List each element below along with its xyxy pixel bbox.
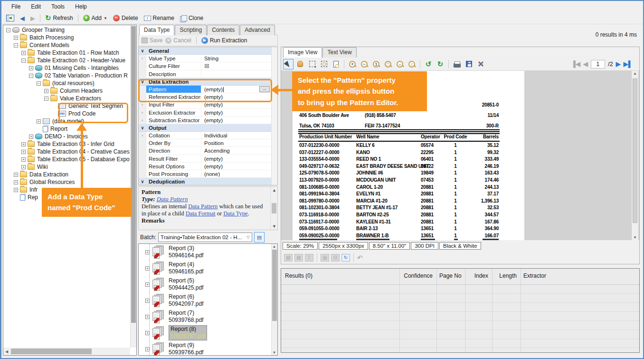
batch-document-item[interactable]: +Report (4)50946165.pdf <box>139 260 277 276</box>
back-button[interactable]: ◀ <box>17 14 28 23</box>
run-extraction-button[interactable]: ▶Run Extraction <box>201 37 247 44</box>
menu-help[interactable]: Help <box>70 2 92 11</box>
batch-document-item[interactable]: +Report (6)50942097.pdf <box>139 292 277 309</box>
batch-document-item[interactable]: +Report (9)50939766.pdf <box>139 341 277 356</box>
toggle-panel-button[interactable]: ◀ <box>3 14 17 22</box>
undo-icon[interactable]: ↶ <box>357 254 363 262</box>
refresh-button[interactable]: ↻Refresh <box>42 13 76 23</box>
tree-expander-icon[interactable]: + <box>44 89 48 93</box>
forward-button[interactable]: ▶ <box>28 14 38 23</box>
batch-expander-icon[interactable]: + <box>145 299 150 303</box>
property-row[interactable]: Result Filter(empty) <box>139 155 271 163</box>
scroll-up-icon[interactable]: ▲ <box>271 188 278 193</box>
property-category-row[interactable]: ∨Output <box>139 124 271 132</box>
tree-expander-icon[interactable]: + <box>37 119 41 124</box>
property-value[interactable]: Individual <box>201 132 271 139</box>
property-value[interactable]: (empty) <box>201 163 271 170</box>
tree-expander-icon[interactable]: + <box>14 180 18 184</box>
scrollbar-thumb[interactable] <box>272 250 277 321</box>
tab-contents[interactable]: Contents <box>207 25 239 35</box>
tree-expander-icon[interactable]: + <box>29 135 33 139</box>
batch-selector[interactable]: Training•Table Extraction 02 - H...▽ <box>158 233 252 242</box>
help-link[interactable]: Data Pattern <box>188 203 218 210</box>
scrollbar-thumb[interactable] <box>131 26 136 323</box>
property-row[interactable]: Order ByPosition <box>139 139 271 147</box>
help-scrollbar[interactable]: ▲ ▼ <box>270 187 277 230</box>
scroll-down-icon[interactable]: ▼ <box>271 224 278 229</box>
save-button[interactable]: Save <box>142 37 162 44</box>
image-adjust-button[interactable]: ▤ <box>321 254 329 262</box>
tree-item[interactable]: Report <box>3 125 130 133</box>
next-page-button[interactable]: ▶ <box>616 60 621 68</box>
help-link[interactable]: Data Format <box>186 210 216 217</box>
tree-horizontal-scrollbar[interactable]: ◀ ▶ <box>3 348 130 355</box>
property-value[interactable]: (empty) <box>201 109 271 116</box>
tree-expander-icon[interactable]: + <box>14 188 18 192</box>
delete-button[interactable]: −Delete <box>110 14 141 22</box>
add-button[interactable]: +Add▼ <box>80 14 110 22</box>
scroll-left-icon[interactable]: ◀ <box>3 349 10 354</box>
property-category-row[interactable]: ∨Deduplication <box>139 178 271 185</box>
batch-expander-icon[interactable]: + <box>145 282 150 287</box>
property-value[interactable]: Ascending <box>201 147 271 154</box>
scrollbar-thumb[interactable] <box>272 203 276 213</box>
zoom-region-button[interactable] <box>319 59 329 69</box>
tree-expander-icon[interactable]: + <box>29 66 33 70</box>
reprocess-button[interactable]: ↻ <box>341 254 350 262</box>
property-row[interactable]: ›Exclusion Extractor(empty) <box>139 109 271 116</box>
crop-button[interactable]: ⊡ <box>331 254 340 262</box>
last-page-button[interactable]: ▶▌ <box>624 60 633 68</box>
tree-expander-icon[interactable]: − <box>29 74 33 78</box>
results-column-header[interactable]: Length <box>492 272 521 279</box>
tree-expander-icon[interactable]: − <box>6 28 10 32</box>
tree-item[interactable]: −02 Table Variation - Production R <box>3 72 130 79</box>
property-grid-scrollbar[interactable] <box>271 47 277 185</box>
tree-expander-icon[interactable]: + <box>21 150 26 154</box>
property-value[interactable] <box>201 70 271 78</box>
tree-item[interactable]: +Table Extraction 04 - Creative Cases <box>3 148 130 155</box>
viewer-vertical-scrollbar[interactable]: ▲ ▼ <box>631 71 638 240</box>
tree-item[interactable]: +Batch Processing <box>3 34 130 41</box>
property-row[interactable]: Culture Filter⊠ <box>139 62 271 70</box>
tree-item[interactable]: +01 Missing Cells - Intangibles <box>3 64 130 72</box>
save-image-button[interactable] <box>464 59 474 69</box>
tree-expander-icon[interactable]: + <box>21 157 26 162</box>
tree-expander-icon[interactable]: − <box>21 58 26 63</box>
help-link[interactable]: Data Type <box>223 210 247 217</box>
zoom-actual-button[interactable]: 1 <box>371 59 381 69</box>
tree-expander-icon[interactable]: + <box>21 165 26 169</box>
tree-expander-icon[interactable]: − <box>37 81 41 86</box>
tree-item[interactable]: +Column Headers <box>3 87 130 95</box>
tree-item[interactable]: +Wiki <box>3 163 130 171</box>
image-tools-button[interactable] <box>475 59 486 69</box>
zoom-fit-height-button[interactable]: ↕ <box>407 59 417 69</box>
batch-expander-icon[interactable]: + <box>145 347 150 351</box>
menu-file[interactable]: File <box>6 2 26 11</box>
tab-text-view[interactable]: Text View <box>322 47 356 58</box>
scroll-down-icon[interactable]: ▼ <box>271 350 277 355</box>
property-value[interactable]: (none) <box>201 170 271 177</box>
cancel-button[interactable]: ✕Cancel <box>165 37 191 44</box>
pointer-tool-button[interactable] <box>283 59 294 69</box>
property-value[interactable]: (empty) <box>201 116 271 124</box>
property-category-row[interactable]: ∨General <box>139 47 271 55</box>
property-row[interactable]: ›CollationIndividual <box>139 132 271 139</box>
tree-item[interactable]: +Table Extraction 03 - Infer Grid <box>3 140 130 148</box>
menu-edit[interactable]: Edit <box>26 2 46 11</box>
page-preview-button[interactable] <box>331 59 341 69</box>
tree-item[interactable]: +DEMO - Invoices <box>3 133 130 140</box>
zoom-out-button[interactable]: − <box>359 59 369 69</box>
tree-item[interactable]: −Value Extractors <box>3 95 130 102</box>
scroll-up-icon[interactable]: ▲ <box>632 71 638 76</box>
property-row[interactable]: ›Subtraction Extractor(empty) <box>139 116 271 124</box>
tree-item[interactable]: −Grooper Training <box>3 26 130 34</box>
property-value[interactable]: (empty) <box>201 155 271 162</box>
tree-item[interactable]: −Table Extraction 02 - Header-Value <box>3 57 130 64</box>
batch-document-item[interactable]: +Report (7)50939768.pdf <box>139 309 277 325</box>
tree-expander-icon[interactable]: + <box>14 36 18 40</box>
tree-item[interactable]: +Table Extraction 05 - Database Expor <box>3 155 130 163</box>
tree-vertical-scrollbar[interactable] <box>130 25 136 348</box>
property-row[interactable]: Result Options(empty) <box>139 163 271 170</box>
clone-button[interactable]: Clone <box>177 14 206 22</box>
results-column-header[interactable]: Page No <box>436 272 465 279</box>
